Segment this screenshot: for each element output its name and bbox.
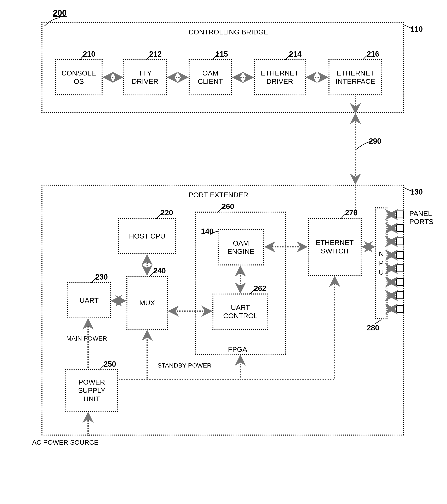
ac-power-label: AC POWER SOURCE [32,439,98,446]
host-cpu-box: HOST CPU [118,218,176,254]
mux-ref: 240 [153,267,166,275]
psu-box: POWERSUPPLYUNIT [65,369,118,412]
mux-label: MUX [139,299,155,307]
oam-client-box: OAMCLIENT [189,59,232,95]
host-cpu-ref: 220 [161,208,173,217]
oam-engine-label: OAMENGINE [227,239,254,256]
uart-control-label: UARTCONTROL [223,303,258,320]
eth-interface-ref: 216 [367,50,379,58]
uart-box: UART [67,282,111,318]
npu-ref: 280 [367,324,379,332]
eth-driver-label: ETHERNETDRIVER [261,69,299,86]
console-os-box: CONSOLEOS [55,59,103,95]
uart-ref: 230 [95,273,108,281]
psu-label: POWERSUPPLYUNIT [78,378,105,403]
tty-driver-box: TTYDRIVER [123,59,167,95]
fpga-label: FPGA [228,345,247,353]
uart-label: UART [80,296,99,305]
panel-port [396,224,404,232]
panel-ports-label: PANELPORTS [409,210,433,226]
panel-port [396,291,404,299]
eth-driver-box: ETHERNETDRIVER [254,59,306,95]
link-ref: 290 [369,137,381,145]
host-cpu-label: HOST CPU [129,232,165,240]
controlling-bridge-title: CONTROLLING BRIDGE [189,28,268,36]
diagram-canvas: 200 CONTROLLING BRIDGE 110 CONSOLEOS 210… [8,8,439,496]
eth-switch-label: ETHERNETSWITCH [316,238,354,255]
eth-switch-box: ETHERNETSWITCH [308,218,362,276]
eth-interface-box: ETHERNETINTERFACE [328,59,382,95]
port-extender-ref: 130 [410,188,423,197]
main-power-label: MAIN POWER [66,335,107,342]
console-os-label: CONSOLEOS [62,69,96,86]
psu-ref: 250 [103,360,116,369]
eth-switch-ref: 270 [345,208,358,217]
standby-power-label: STANDBY POWER [157,362,212,369]
panel-port [396,237,404,245]
eth-driver-ref: 214 [289,50,302,58]
controlling-bridge-ref: 110 [410,25,423,34]
figure-ref: 200 [53,8,67,18]
panel-port [396,251,404,259]
panel-port [396,278,404,286]
uart-control-ref: 262 [254,284,266,293]
mux-box: MUX [126,276,168,330]
console-os-ref: 210 [83,50,95,58]
port-extender-title: PORT EXTENDER [189,191,248,199]
uart-control-box: UARTCONTROL [212,293,268,330]
npu-label: NPU [377,250,385,277]
tty-driver-label: TTYDRIVER [132,69,158,86]
fpga-ref: 260 [222,202,234,211]
oam-engine-ref: 140 [201,227,213,236]
tty-driver-ref: 212 [149,50,162,58]
oam-client-ref: 115 [216,50,228,58]
panel-port [396,264,404,272]
panel-port [396,305,404,313]
oam-engine-box: OAMENGINE [218,229,264,266]
oam-client-label: OAMCLIENT [198,69,223,86]
eth-interface-label: ETHERNETINTERFACE [336,69,375,86]
panel-port [396,211,404,218]
